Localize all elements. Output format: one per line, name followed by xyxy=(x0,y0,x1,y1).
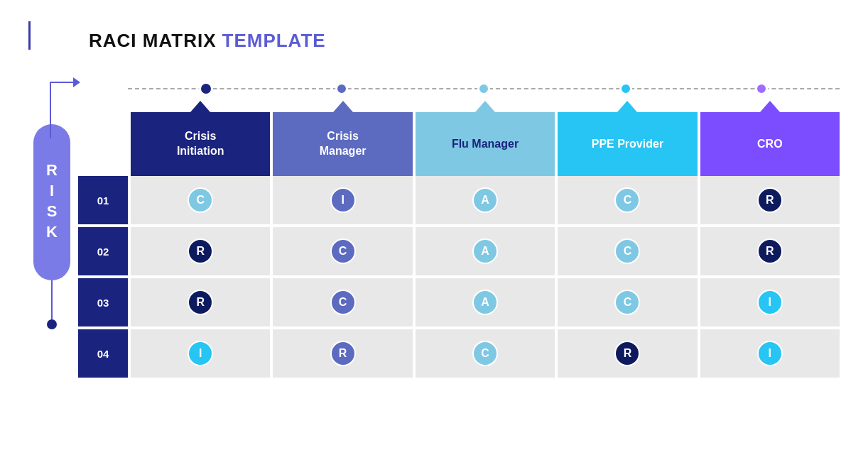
cell-03-5: I xyxy=(700,278,840,326)
data-columns: Crisis Initiation C R xyxy=(131,112,840,380)
badge-03-1: R xyxy=(188,290,213,315)
cell-03-4: C xyxy=(558,278,697,326)
cell-01-4: C xyxy=(558,176,697,224)
badge-04-3: C xyxy=(472,341,498,366)
row-label-04: 04 xyxy=(78,329,128,378)
badge-04-5: I xyxy=(757,341,783,366)
risk-bottom-dot xyxy=(47,319,57,329)
risk-column: RISK xyxy=(28,71,75,458)
header-spacer xyxy=(78,112,128,176)
badge-02-1: R xyxy=(188,238,213,264)
right-content: 01 02 03 04 xyxy=(78,71,840,458)
risk-pill: RISK xyxy=(33,124,70,280)
badge-04-1: I xyxy=(188,341,213,366)
cell-01-5: R xyxy=(700,176,840,224)
risk-arrow-area xyxy=(28,71,75,110)
risk-label: RISK xyxy=(43,161,61,243)
title-accent-line xyxy=(28,21,31,50)
cell-04-3: C xyxy=(416,329,555,378)
table: 01 02 03 04 xyxy=(78,112,840,380)
badge-02-2: C xyxy=(330,238,356,264)
timeline-dot-5 xyxy=(755,82,768,95)
col-cro: CRO R R xyxy=(700,112,840,380)
cell-02-1: R xyxy=(131,227,270,275)
badge-03-5: I xyxy=(757,290,783,315)
col-header-4: PPE Provider xyxy=(558,112,697,176)
timeline-dot-2 xyxy=(335,82,348,95)
cell-03-2: C xyxy=(273,278,412,326)
badge-02-4: C xyxy=(614,238,640,264)
cell-04-4: R xyxy=(558,329,697,378)
badge-01-3: A xyxy=(472,187,498,213)
cell-04-1: I xyxy=(131,329,270,378)
risk-bottom-line xyxy=(51,280,53,319)
badge-01-4: C xyxy=(614,187,640,213)
col-ppe-provider: PPE Provider C C xyxy=(558,112,697,380)
cell-03-3: A xyxy=(416,278,555,326)
cell-02-2: C xyxy=(273,227,412,275)
row-labels: 01 02 03 04 xyxy=(78,112,128,380)
col-header-3: Flu Manager xyxy=(416,112,555,176)
cell-01-1: C xyxy=(131,176,270,224)
cell-01-2: I xyxy=(273,176,412,224)
badge-03-2: C xyxy=(330,290,356,315)
cell-02-4: C xyxy=(558,227,697,275)
cell-04-2: R xyxy=(273,329,412,378)
title-black: RACI MATRIX xyxy=(82,30,217,52)
badge-01-5: R xyxy=(757,187,783,213)
col-flu-manager: Flu Manager A A xyxy=(416,112,555,380)
arrow-horizontal xyxy=(50,82,75,83)
title-row: RACI MATRIX TEMPLATE xyxy=(39,30,326,52)
col-crisis-manager: Crisis Manager I C xyxy=(273,112,412,380)
badge-01-2: I xyxy=(330,187,356,213)
timeline-dot-1 xyxy=(199,82,213,96)
col-header-2: Crisis Manager xyxy=(273,112,412,176)
cell-04-5: I xyxy=(700,329,840,378)
badge-04-2: R xyxy=(330,341,356,366)
badge-02-5: R xyxy=(757,238,783,264)
main-area: RISK xyxy=(28,71,840,458)
col-header-5: CRO xyxy=(700,112,840,176)
arrow-vertical-down xyxy=(50,82,51,138)
row-label-02: 02 xyxy=(78,227,128,275)
timeline-dot-4 xyxy=(619,82,632,95)
cell-02-5: R xyxy=(700,227,840,275)
cell-02-3: A xyxy=(416,227,555,275)
cell-01-3: A xyxy=(416,176,555,224)
col-crisis-initiation: Crisis Initiation C R xyxy=(131,112,270,380)
page-container: RACI MATRIX TEMPLATE RISK xyxy=(0,0,868,472)
badge-02-3: A xyxy=(472,238,498,264)
badge-03-4: C xyxy=(614,290,640,315)
col-header-1: Crisis Initiation xyxy=(131,112,270,176)
row-label-03: 03 xyxy=(78,278,128,326)
row-label-01: 01 xyxy=(78,176,128,224)
arrow-head xyxy=(73,77,80,87)
badge-04-4: R xyxy=(614,341,640,366)
title-purple: TEMPLATE xyxy=(222,30,326,52)
cell-03-1: R xyxy=(131,278,270,326)
badge-03-3: A xyxy=(472,290,498,315)
timeline-dot-3 xyxy=(477,82,490,95)
badge-01-1: C xyxy=(188,187,213,213)
